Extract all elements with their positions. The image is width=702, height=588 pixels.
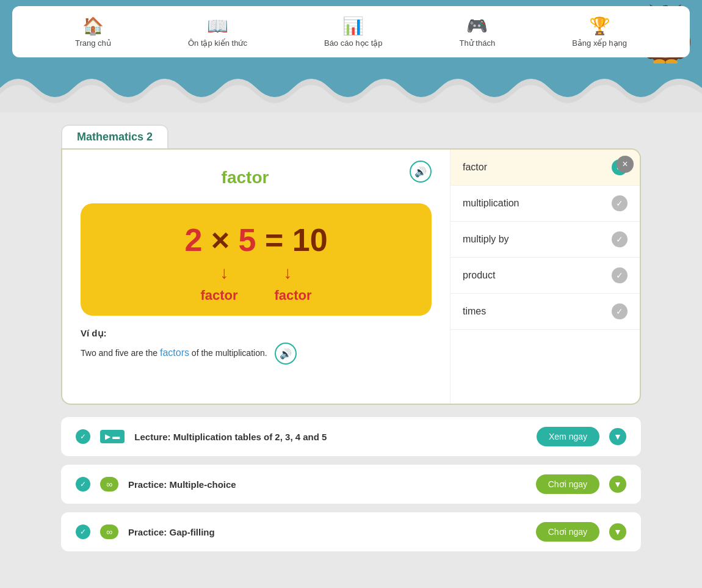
num-5: 5	[239, 222, 256, 258]
lesson-item-1: ✓ ∞ Practice: Multiple-choice Chơi ngay …	[61, 465, 641, 504]
video-icon: ▶ ▬	[100, 430, 125, 443]
example-text-after: of the multiplication.	[189, 348, 267, 358]
title-sound-button[interactable]: 🔊	[410, 161, 432, 183]
vocab-word-title: factor	[81, 168, 410, 187]
lesson-check-0: ✓	[76, 429, 90, 444]
lesson-item-2: ✓ ∞ Practice: Gap-filling Chơi ngay ▼	[61, 512, 641, 551]
lesson-expand-btn-0[interactable]: ▼	[609, 428, 626, 445]
vocab-item-multiply-by[interactable]: multiply by ✓	[451, 222, 640, 258]
example-link[interactable]: factors	[160, 347, 189, 358]
speaker-icon-2: 🔊	[280, 348, 292, 360]
navigation: 🏠 Trang chủ 📖 Ôn tập kiến thức 📊 Báo cáo…	[12, 6, 690, 57]
close-button[interactable]: ×	[617, 156, 634, 173]
chart-icon: 📊	[342, 16, 364, 36]
speaker-icon: 🔊	[414, 166, 427, 178]
check-icon-2: ✓	[612, 231, 628, 247]
check-icon-1: ✓	[612, 195, 628, 211]
example-sound-button[interactable]: 🔊	[275, 343, 297, 365]
factor-label-2: factor	[275, 288, 312, 303]
example-section: Ví dụ: Two and five are the factors of t…	[81, 328, 432, 365]
modal-left-panel: factor 🔊 2 × 5 = 10 ↓ ↓	[62, 150, 451, 404]
vocab-item-product[interactable]: product ✓	[451, 258, 640, 294]
vocab-word-3: product	[463, 270, 495, 281]
vocab-word-0: factor	[463, 162, 487, 173]
num-2: 2	[184, 222, 202, 258]
num-10: 10	[292, 222, 328, 258]
glasses-icon: ∞	[100, 477, 118, 492]
nav-home-label: Trang chủ	[75, 38, 111, 48]
vocab-list: factor ✓ multiplication ✓ multiply by ✓ …	[451, 150, 640, 330]
gamepad-icon: 🎮	[466, 16, 488, 36]
glasses-icon: ∞	[100, 524, 118, 539]
lesson-expand-btn-1[interactable]: ▼	[609, 476, 626, 493]
nav-home[interactable]: 🏠 Trang chủ	[65, 12, 121, 51]
check-icon-4: ✓	[612, 303, 628, 319]
lesson-title-2: Practice: Gap-filling	[128, 527, 526, 537]
lesson-title-0: Lecture: Multiplication tables of 2, 3, …	[134, 432, 527, 442]
subject-tab: Mathematics 2	[61, 125, 168, 148]
check-icon-3: ✓	[612, 267, 628, 283]
cloud-decoration	[0, 64, 702, 112]
lesson-item-0: ✓ ▶ ▬ Lecture: Multiplication tables of …	[61, 417, 641, 456]
vocab-word-2: multiply by	[463, 234, 509, 245]
nav-challenge-label: Thử thách	[460, 38, 496, 48]
nav-report-label: Báo cáo học tập	[324, 38, 383, 48]
vocab-word-4: times	[463, 306, 486, 317]
main-content: Mathematics 2 × factor 🔊 2 × 5 = 10	[0, 112, 702, 588]
nav-leaderboard-label: Bảng xếp hạng	[572, 38, 627, 48]
vocab-word-1: multiplication	[463, 198, 519, 209]
lesson-check-1: ✓	[76, 477, 90, 492]
vocabulary-modal: × factor 🔊 2 × 5 = 10 ↓	[61, 148, 641, 405]
factor-labels: factor factor	[105, 288, 407, 303]
factor-label-1: factor	[200, 288, 237, 303]
nav-report[interactable]: 📊 Báo cáo học tập	[314, 12, 393, 51]
nav-review-label: Ôn tập kiến thức	[188, 38, 247, 48]
vocab-item-multiplication[interactable]: multiplication ✓	[451, 186, 640, 222]
lesson-play-btn-1[interactable]: Chơi ngay	[536, 474, 599, 494]
lesson-title-1: Practice: Multiple-choice	[128, 479, 526, 490]
arrow-down-1: ↓	[220, 263, 229, 283]
lesson-expand-btn-2[interactable]: ▼	[609, 523, 626, 540]
vocab-list-panel: factor ✓ multiplication ✓ multiply by ✓ …	[451, 150, 640, 404]
example-text-before: Two and five are the	[81, 348, 160, 358]
lesson-check-2: ✓	[76, 524, 90, 539]
math-illustration: 2 × 5 = 10 ↓ ↓ factor factor	[81, 203, 432, 316]
nav-challenge[interactable]: 🎮 Thử thách	[450, 12, 505, 51]
trophy-icon: 🏆	[589, 16, 610, 36]
subject-title: Mathematics 2	[77, 131, 153, 143]
example-label: Ví dụ:	[81, 328, 107, 338]
arrows-row: ↓ ↓	[105, 263, 407, 283]
lesson-play-btn-2[interactable]: Chơi ngay	[536, 522, 599, 542]
nav-review[interactable]: 📖 Ôn tập kiến thức	[178, 12, 257, 51]
lessons-container: ✓ ▶ ▬ Lecture: Multiplication tables of …	[61, 417, 641, 551]
times-symbol: ×	[211, 222, 239, 258]
nav-leaderboard[interactable]: 🏆 Bảng xếp hạng	[562, 12, 637, 51]
lesson-play-btn-0[interactable]: Xem ngay	[537, 427, 599, 446]
book-icon: 📖	[207, 16, 228, 36]
equals-symbol: =	[265, 222, 292, 258]
home-icon: 🏠	[82, 16, 104, 36]
vocab-item-times[interactable]: times ✓	[451, 294, 640, 330]
vocab-item-factor[interactable]: factor ✓	[451, 150, 640, 186]
math-equation: 2 × 5 = 10	[105, 222, 407, 258]
arrow-down-2: ↓	[284, 263, 292, 283]
